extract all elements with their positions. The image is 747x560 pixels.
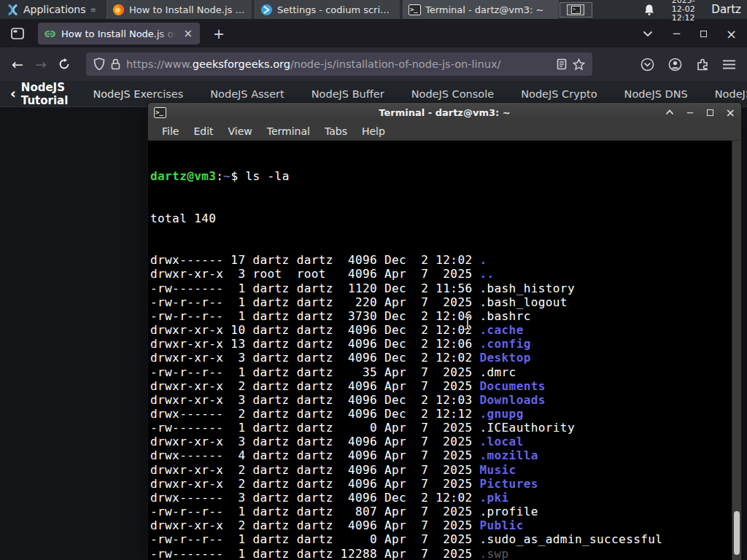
panel-username[interactable]: Dartz xyxy=(711,3,741,16)
menu-tabs[interactable]: Tabs xyxy=(317,125,355,137)
terminal-line: -rw-r--r-- 1 dartz dartz 0 Apr 7 2025 .s… xyxy=(150,532,731,546)
terminal-title: Terminal - dartz@vm3: ~ xyxy=(148,107,741,118)
menu-file[interactable]: File xyxy=(155,125,186,137)
terminal-line: drwx------ 3 dartz dartz 4096 Dec 2 12:0… xyxy=(150,491,731,505)
panel-clock[interactable]: 2025-12-02 12:12 xyxy=(665,0,701,23)
file-name: .mozilla xyxy=(479,448,538,462)
site-nav-link[interactable]: NodeJS Buffer xyxy=(311,88,384,100)
site-nav-link[interactable]: NodeJS Assert xyxy=(210,88,285,100)
window-button-terminal[interactable]: >_ Terminal - dartz@vm3: ~ xyxy=(403,0,560,19)
menu-view[interactable]: View xyxy=(221,125,260,137)
file-name: .bashrc xyxy=(479,309,530,323)
tab-close-icon[interactable]: × xyxy=(182,27,194,40)
file-name: .sudo_as_admin_successful xyxy=(479,532,662,546)
shield-icon xyxy=(93,58,105,71)
window-button-vscodium[interactable]: Settings - codium script... xyxy=(255,0,400,19)
terminal-line: -rw-r--r-- 1 dartz dartz 3730 Dec 2 12:0… xyxy=(150,309,731,323)
terminal-line: drwxr-xr-x 3 dartz dartz 4096 Dec 2 12:0… xyxy=(150,351,731,365)
reader-mode-icon[interactable] xyxy=(557,58,567,70)
file-name: .config xyxy=(479,337,530,351)
menu-hamburger-icon[interactable] xyxy=(723,60,735,69)
bookmark-star-icon[interactable] xyxy=(573,58,585,71)
file-name: .gnupg xyxy=(479,407,523,421)
system-tray: >_ 2025-12-02 12:12 Dartz xyxy=(560,0,747,19)
site-nav-link[interactable]: NodeJS xyxy=(715,88,746,100)
terminal-line: drwxr-xr-x 13 dartz dartz 4096 Dec 2 12:… xyxy=(150,337,731,351)
terminal-shade-button[interactable] xyxy=(665,109,674,115)
prompt-userhost: dartz@vm3 xyxy=(150,169,216,183)
menu-help[interactable]: Help xyxy=(355,125,392,137)
menu-terminal[interactable]: Terminal xyxy=(260,125,317,137)
lock-icon[interactable] xyxy=(111,58,120,70)
terminal-line: drwxr-xr-x 3 dartz dartz 4096 Apr 7 2025… xyxy=(150,435,731,448)
browser-tab-active[interactable]: How to Install Node.js on × xyxy=(38,23,200,44)
firefox-view-icon[interactable] xyxy=(6,23,29,44)
terminal-line: drwxr-xr-x 2 dartz dartz 4096 Apr 7 2025… xyxy=(150,463,731,477)
command-text: ls -la xyxy=(245,169,289,183)
firefox-toolbar: ← → https://www.geeksforgeeks.org/node-j… xyxy=(0,47,747,81)
terminal-titlebar[interactable]: >_ Terminal - dartz@vm3: ~ − × xyxy=(148,103,741,122)
window-button-firefox[interactable]: How to Install Node.js o... xyxy=(107,0,252,19)
terminal-total-line: total 140 xyxy=(150,211,731,225)
terminal-line: drwxr-xr-x 2 dartz dartz 4096 Apr 7 2025… xyxy=(150,379,731,393)
workspace-switcher[interactable]: >_ xyxy=(560,2,592,18)
file-name: .local xyxy=(479,435,523,448)
file-name: .ICEauthority xyxy=(479,421,574,435)
forward-button[interactable]: → xyxy=(29,53,53,75)
pocket-icon[interactable] xyxy=(640,58,654,71)
terminal-line: -rw-r--r-- 1 dartz dartz 807 Apr 7 2025 … xyxy=(150,505,731,518)
url-bar[interactable]: https://www.geeksforgeeks.org/node-js/in… xyxy=(86,52,592,76)
site-nav-link[interactable]: NodeJS Exercises xyxy=(93,88,183,100)
ibeam-cursor xyxy=(463,316,472,330)
notification-bell-icon[interactable] xyxy=(643,4,655,16)
workspace-cell-active[interactable]: >_ xyxy=(567,4,584,15)
file-name: .dmrc xyxy=(479,365,516,379)
url-text[interactable]: https://www.geeksforgeeks.org/node-js/in… xyxy=(126,58,551,70)
file-name: .bash_history xyxy=(479,281,574,295)
site-nav-back[interactable]: ‹ NodeJS Tutorial xyxy=(10,81,68,107)
terminal-line: drwxr-xr-x 3 dartz dartz 4096 Dec 2 12:0… xyxy=(150,393,731,407)
window-title: Terminal - dartz@vm3: ~ xyxy=(425,4,543,15)
terminal-close-button[interactable]: × xyxy=(726,106,735,120)
desktop-panel: Applications ≡ How to Install Node.js o.… xyxy=(0,0,747,20)
terminal-line: -rw------- 1 dartz dartz 1120 Dec 2 11:5… xyxy=(150,281,731,295)
terminal-output: drwx------ 17 dartz dartz 4096 Dec 2 12:… xyxy=(150,253,731,560)
applications-label: Applications xyxy=(23,4,86,15)
terminal-window: >_ Terminal - dartz@vm3: ~ − × File Edit… xyxy=(147,102,742,560)
firefox-tab-bar: How to Install Node.js on × + − × xyxy=(0,20,747,47)
file-name: .pki xyxy=(479,491,508,505)
file-name: .swp xyxy=(479,547,508,560)
reload-button[interactable] xyxy=(53,53,76,75)
site-nav-link[interactable]: NodeJS DNS xyxy=(624,88,688,100)
file-name: Downloads xyxy=(479,393,545,407)
menu-edit[interactable]: Edit xyxy=(186,125,220,137)
site-nav-back-label: NodeJS Tutorial xyxy=(21,81,69,107)
terminal-icon: >_ xyxy=(409,4,421,15)
terminal-line: -rw------- 1 dartz dartz 12288 Apr 7 202… xyxy=(150,547,731,560)
extensions-icon[interactable] xyxy=(696,58,709,71)
terminal-line: drwx------ 17 dartz dartz 4096 Dec 2 12:… xyxy=(150,253,731,267)
file-name: .bash_logout xyxy=(479,295,567,309)
account-icon[interactable] xyxy=(668,58,682,71)
file-name: Public xyxy=(479,518,523,532)
terminal-line: drwx------ 4 dartz dartz 4096 Apr 7 2025… xyxy=(150,448,731,462)
terminal-scrollbar-thumb[interactable] xyxy=(734,511,740,555)
terminal-line: drwxr-xr-x 3 root root 4096 Apr 7 2025 .… xyxy=(150,267,731,281)
site-nav-link[interactable]: NodeJS Crypto xyxy=(521,88,597,100)
browser-minimize-button[interactable]: − xyxy=(672,27,681,40)
terminal-content[interactable]: dartz@vm3:~$ ls -la total 140 drwx------… xyxy=(148,141,741,560)
new-tab-button[interactable]: + xyxy=(207,24,231,43)
terminal-menubar: File Edit View Terminal Tabs Help xyxy=(148,122,741,141)
terminal-minimize-button[interactable]: − xyxy=(686,107,694,118)
terminal-scrollbar[interactable] xyxy=(732,141,741,560)
browser-close-button[interactable]: × xyxy=(726,26,737,42)
list-tabs-chevron-icon[interactable] xyxy=(643,31,653,37)
site-nav-link[interactable]: NodeJS Console xyxy=(411,88,495,100)
applications-menu-button[interactable]: Applications ≡ xyxy=(0,0,102,19)
window-title: How to Install Node.js o... xyxy=(129,4,247,15)
back-button[interactable]: ← xyxy=(6,53,29,75)
file-name: .cache xyxy=(479,323,523,337)
terminal-maximize-button[interactable] xyxy=(707,109,713,116)
browser-maximize-button[interactable] xyxy=(700,31,707,37)
menu-grip-icon: ≡ xyxy=(90,6,96,14)
